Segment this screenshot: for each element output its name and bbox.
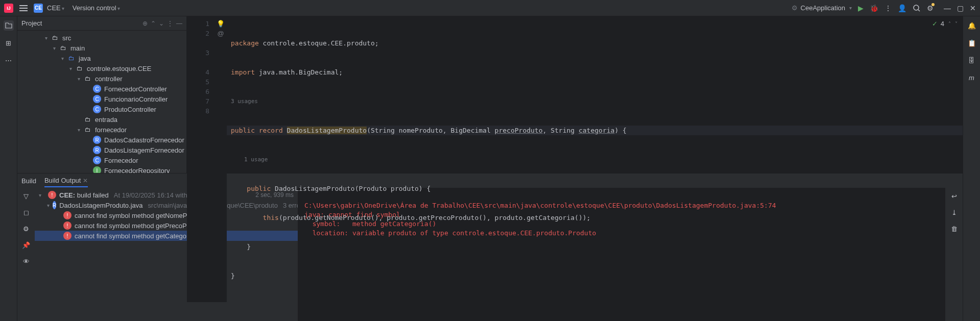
interface-icon: I bbox=[93, 166, 101, 173]
tree-interface[interactable]: IFornecedorRepository bbox=[17, 165, 186, 173]
error-icon: ! bbox=[63, 211, 71, 219]
tool-window-right-bar: 🔔 📋 🗄 m bbox=[963, 16, 980, 321]
class-icon: C bbox=[93, 156, 101, 164]
chevron-down-icon: ▾ bbox=[849, 5, 852, 11]
tree-package[interactable]: ▾🗀controle.estoque.CEE bbox=[17, 63, 186, 73]
eye-icon[interactable]: 👁 bbox=[21, 256, 31, 266]
maximize-icon[interactable]: ▢ bbox=[957, 4, 964, 12]
filter-icon[interactable]: ▽ bbox=[21, 191, 31, 201]
select-opened-icon[interactable]: ⊕ bbox=[142, 20, 148, 27]
minimize-icon[interactable]: — bbox=[944, 4, 951, 12]
line-numbers: 1 2 3 4 5 6 7 8 bbox=[187, 17, 214, 302]
svg-point-0 bbox=[914, 5, 919, 10]
hide-icon[interactable]: — bbox=[176, 20, 182, 27]
record-icon: R bbox=[53, 201, 56, 209]
at-icon: @ bbox=[214, 29, 227, 38]
tree-record[interactable]: RDadosListagemFornecedor bbox=[17, 145, 186, 155]
close-icon[interactable]: ✕ bbox=[83, 177, 88, 184]
editor: RDadosListagemProduto.java✕ CProdutoCont… bbox=[187, 16, 963, 173]
tree-folder[interactable]: ▾🗀main bbox=[17, 43, 186, 53]
project-tree[interactable]: ▾🗀src ▾🗀main ▾🗀java ▾🗀controle.estoque.C… bbox=[17, 31, 186, 173]
gutter-annotations: 💡 @ bbox=[214, 17, 227, 302]
collapse-icon[interactable]: ⌄ bbox=[159, 20, 164, 27]
options-icon[interactable]: ⋮ bbox=[167, 20, 173, 27]
more-tool-icon[interactable]: ⋯ bbox=[4, 55, 14, 65]
code-area[interactable]: 1 2 3 4 5 6 7 8 💡 bbox=[187, 17, 963, 302]
chevron-down-icon: ▾ bbox=[117, 6, 120, 11]
vcs-menu[interactable]: Version control▾ bbox=[73, 4, 120, 12]
settings-icon[interactable]: ⚙ bbox=[927, 4, 934, 12]
main-menu-icon[interactable] bbox=[17, 3, 30, 13]
project-name[interactable]: CEE▾ bbox=[47, 4, 64, 12]
project-tool-icon[interactable] bbox=[4, 20, 14, 31]
database-icon[interactable]: 🗄 bbox=[967, 55, 977, 65]
error-icon: ! bbox=[48, 191, 56, 199]
tree-folder[interactable]: ▾🗀src bbox=[17, 33, 186, 43]
record-icon: R bbox=[93, 136, 101, 144]
notifications-icon[interactable]: 🔔 bbox=[967, 20, 977, 31]
svg-line-1 bbox=[918, 10, 920, 11]
error-icon: ! bbox=[63, 221, 71, 230]
inspection-widget[interactable]: ✓ 4 ˄ ˅ bbox=[932, 20, 958, 28]
tree-package[interactable]: ▾🗀fornecedor bbox=[17, 125, 186, 135]
tree-package[interactable]: ▾🗀controller bbox=[17, 73, 186, 84]
class-icon: C bbox=[93, 85, 101, 93]
gear-icon: ⚙ bbox=[792, 4, 798, 12]
more-icon[interactable]: ⋮ bbox=[885, 4, 892, 12]
pin-icon[interactable]: 📌 bbox=[21, 240, 31, 250]
check-icon: ✓ bbox=[932, 20, 938, 28]
run-configuration[interactable]: ⚙ CeeApplication ▾ bbox=[792, 4, 852, 12]
stop-icon[interactable]: ◻ bbox=[21, 207, 31, 217]
tree-class[interactable]: CFornecedorController bbox=[17, 84, 186, 94]
chevron-up-icon[interactable]: ˄ bbox=[948, 21, 951, 27]
build-toolbar: ▽ ◻ ⚙ 📌 👁 bbox=[17, 188, 35, 321]
collaboration-icon[interactable]: 👤 bbox=[898, 4, 906, 12]
maven-icon[interactable]: m bbox=[967, 72, 977, 83]
usages-hint[interactable]: 3 usages bbox=[227, 96, 963, 106]
close-icon[interactable]: ✕ bbox=[970, 4, 976, 12]
chevron-down-icon[interactable]: ˅ bbox=[955, 21, 958, 27]
expand-icon[interactable]: ⌃ bbox=[151, 20, 156, 27]
class-icon: C bbox=[93, 105, 101, 113]
settings-icon[interactable]: ⚙ bbox=[21, 224, 31, 234]
tree-class[interactable]: CFuncionarioController bbox=[17, 94, 186, 104]
build-output-tab[interactable]: Build Output ✕ bbox=[44, 175, 88, 187]
tree-record[interactable]: RDadosCadastroFornecedor bbox=[17, 135, 186, 145]
tree-package[interactable]: 🗀entrada bbox=[17, 114, 186, 125]
titlebar: IJ CE CEE▾ Version control▾ ⚙ CeeApplica… bbox=[0, 0, 980, 16]
usage-hint[interactable]: 1 usage bbox=[227, 155, 963, 164]
tool-window-left-bar: ⊞ ⋯ bbox=[0, 16, 17, 321]
class-icon: C bbox=[93, 95, 101, 103]
chevron-down-icon: ▾ bbox=[62, 6, 64, 11]
ide-icon: IJ bbox=[4, 4, 13, 13]
tree-folder[interactable]: ▾🗀java bbox=[17, 53, 186, 63]
project-badge: CE bbox=[34, 4, 43, 13]
project-panel-title: Project bbox=[21, 19, 142, 27]
run-icon[interactable]: ▶ bbox=[858, 4, 864, 12]
build-tab[interactable]: Build bbox=[21, 175, 36, 187]
error-icon: ! bbox=[63, 232, 71, 240]
record-icon: R bbox=[93, 146, 101, 154]
clipboard-icon[interactable]: 📋 bbox=[967, 38, 977, 48]
search-icon[interactable] bbox=[913, 4, 921, 12]
bulb-icon[interactable]: 💡 bbox=[214, 19, 227, 29]
tree-class[interactable]: CProdutoController bbox=[17, 104, 186, 114]
project-panel: Project ⊕ ⌃ ⌄ ⋮ — ▾🗀src ▾🗀main ▾🗀java ▾🗀… bbox=[17, 16, 187, 173]
structure-tool-icon[interactable]: ⊞ bbox=[4, 38, 14, 48]
tree-class[interactable]: CFornecedor bbox=[17, 155, 186, 165]
debug-icon[interactable]: 🐞 bbox=[870, 4, 878, 12]
